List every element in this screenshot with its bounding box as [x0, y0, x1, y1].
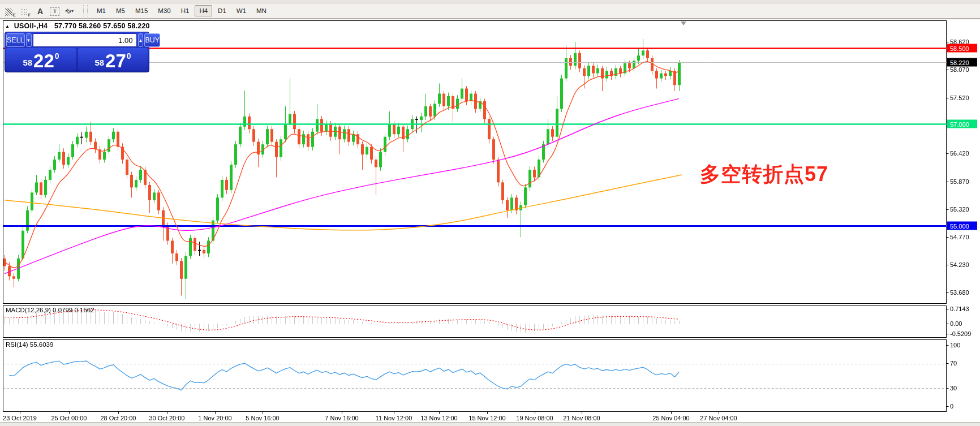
time-axis-label: 25 Oct 00:00 [51, 415, 87, 421]
chart-shift-marker-icon[interactable] [681, 21, 686, 25]
price-axis-tick-label: 55.320 [950, 206, 969, 213]
chart-text-annotation: 多空转折点57 [700, 161, 828, 188]
time-axis-label: 28 Oct 20:00 [101, 415, 136, 421]
price-axis-tick-label: 57.520 [950, 94, 969, 101]
time-axis-label: 13 Nov 12:00 [420, 415, 457, 421]
price-axis-tick-label: 58.070 [950, 66, 969, 73]
price-axis-badge: 58.220 [947, 58, 977, 67]
bid-price-superscript: 0 [55, 51, 59, 61]
price-axis-tick-label: 54.230 [950, 261, 969, 268]
collapse-triangle-icon[interactable]: ▲ [5, 24, 10, 29]
time-axis-label: 5 Nov 16:00 [246, 415, 279, 421]
rsi-axis-tick-label: 0 [950, 403, 953, 410]
price-axis-badge: 58.500 [947, 44, 977, 53]
trade-panel-prices-row: 58 22 0 58 27 0 [6, 48, 148, 71]
volume-increase-button[interactable]: ▲ [138, 33, 144, 47]
time-axis-label: 30 Oct 20:00 [149, 415, 185, 421]
rsi-axis-tick-label: 100 [950, 342, 960, 348]
macd-indicator-label: MACD(12,26,9) 0.0799 0.1562 [6, 307, 94, 313]
ask-price-tile[interactable]: 58 27 0 [78, 48, 148, 71]
rsi-indicator-label: RSI(14) 55.6039 [6, 341, 53, 348]
chart-title: ▲ USOil-,H4 57.770 58.260 57.650 58.220 [5, 22, 150, 30]
ask-price-big-digits: 27 [105, 53, 126, 69]
sell-button[interactable]: SELL [6, 33, 25, 47]
price-axis-tick-label: 53.680 [950, 289, 969, 296]
buy-button[interactable]: BUY [144, 33, 160, 47]
volume-decrease-button[interactable]: ▼ [26, 33, 32, 47]
price-axis-tick-label: 54.770 [950, 234, 969, 240]
price-axis-tick-label: 55.870 [950, 178, 969, 185]
time-axis-label: 19 Nov 08:00 [516, 415, 553, 421]
time-axis-label: 7 Nov 16:00 [325, 415, 358, 421]
rsi-axis-tick-label: 30 [950, 385, 957, 391]
time-axis-label: 23 Oct 2019 [3, 415, 37, 421]
rsi-axis-tick-label: 70 [950, 360, 957, 367]
symbol-period-label: USOil-,H4 [14, 22, 48, 30]
ask-price-superscript: 0 [127, 51, 131, 61]
time-axis-label: 21 Nov 08:00 [563, 415, 600, 421]
price-axis-badge: 55.000 [947, 222, 977, 230]
ohlc-values-label: 57.770 58.260 57.650 58.220 [54, 22, 150, 30]
time-axis-label: 11 Nov 12:00 [376, 415, 412, 421]
time-axis-label: 27 Nov 04:00 [700, 415, 737, 421]
macd-axis-tick-label: 0.7143 [950, 305, 969, 312]
price-axis-badge: 57.000 [947, 120, 977, 128]
trade-panel-controls-row: SELL ▼ ▲ BUY [6, 33, 148, 47]
price-axis-tick-label: 56.420 [950, 150, 969, 157]
time-axis-label: 1 Nov 20:00 [198, 415, 231, 421]
bid-price-tile[interactable]: 58 22 0 [6, 48, 76, 71]
ask-price-prefix: 58 [94, 58, 104, 67]
macd-axis-tick-label: -0.5209 [950, 330, 971, 337]
bid-price-big-digits: 22 [33, 53, 54, 69]
time-axis-label: 25 Nov 04:00 [652, 415, 689, 421]
macd-axis-tick-label: 0.00 [950, 320, 962, 327]
one-click-trading-panel: SELL ▼ ▲ BUY 58 22 0 58 27 0 [5, 32, 149, 72]
bid-price-prefix: 58 [23, 58, 32, 67]
volume-input[interactable] [33, 33, 137, 47]
time-axis-label: 15 Nov 12:00 [468, 415, 505, 421]
